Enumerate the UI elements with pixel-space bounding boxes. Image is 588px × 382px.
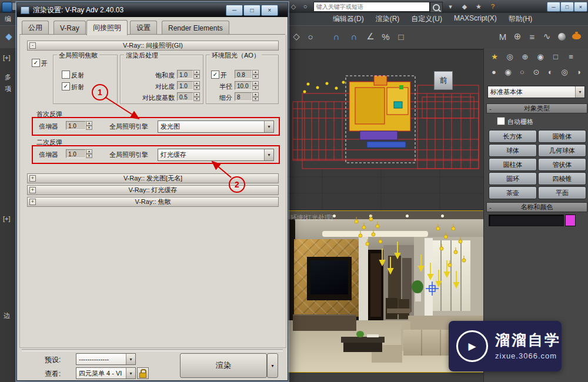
object-type-rollout[interactable]: - 对象类型 xyxy=(486,103,587,113)
render-button[interactable]: 渲染 xyxy=(180,353,267,378)
spin-down-icon[interactable]: ▾ xyxy=(86,154,92,159)
spin-down-icon[interactable]: ▾ xyxy=(252,75,259,79)
ao-amount-spinner[interactable]: ▴▾ xyxy=(252,70,259,79)
menu-help[interactable]: 帮助(H) xyxy=(509,14,533,24)
menu-rendering[interactable]: 渲染(R) xyxy=(376,14,400,24)
chevron-down-icon[interactable]: ▾ xyxy=(126,368,135,378)
tab-hierarchy-icon[interactable]: ⊕ xyxy=(518,51,532,62)
button-cylinder[interactable]: 圆柱体 xyxy=(489,158,537,171)
contrast-base-field[interactable]: 0.5 xyxy=(177,92,193,101)
spin-up-icon[interactable]: ▴ xyxy=(193,70,200,75)
tab-utilities-icon[interactable]: ≡ xyxy=(564,51,578,62)
subtab-shapes-icon[interactable]: ◉ xyxy=(501,66,515,78)
snap-3d-icon[interactable]: ∩ xyxy=(347,29,361,43)
ao-subdivs-spinner[interactable]: ▴▾ xyxy=(252,92,259,101)
refraction-checkbox[interactable]: ✓ xyxy=(62,82,70,91)
mirror-icon[interactable]: M xyxy=(496,29,510,43)
preset-dropdown[interactable]: -------------- ▾ xyxy=(76,353,136,365)
tab-common[interactable]: 公用 xyxy=(22,21,49,35)
select-region-icon[interactable]: ◇ xyxy=(289,29,303,43)
material-editor-icon[interactable] xyxy=(554,29,569,43)
button-box[interactable]: 长方体 xyxy=(489,130,537,143)
button-plane[interactable]: 平面 xyxy=(538,186,586,199)
render-production-icon[interactable] xyxy=(569,29,583,43)
ao-amount-field[interactable]: 0.8 xyxy=(235,70,252,79)
primitive-category-dropdown[interactable]: 标准基本体 ▾ xyxy=(487,86,585,98)
tab-render-elements[interactable]: Render Elements xyxy=(162,21,229,35)
percent-snap-icon[interactable]: % xyxy=(379,29,393,43)
secondary-multiplier-field[interactable]: 1.0 xyxy=(66,149,86,158)
button-tube[interactable]: 管状体 xyxy=(538,158,586,171)
menu-edit-fragment[interactable]: 编 xyxy=(5,15,11,24)
ao-radius-spinner[interactable]: ▴▾ xyxy=(252,81,259,90)
window-minimize-button[interactable]: ─ xyxy=(547,2,560,12)
select-circle-icon[interactable]: ○ xyxy=(303,29,318,43)
spin-down-icon[interactable]: ▾ xyxy=(193,75,200,79)
spin-up-icon[interactable]: ▴ xyxy=(86,149,92,154)
view-dropdown[interactable]: 四元菜单 4 - VI ▾ xyxy=(76,367,136,379)
spin-up-icon[interactable]: ▴ xyxy=(252,70,259,75)
view-lock-button[interactable] xyxy=(137,367,149,379)
subtab-geometry-icon[interactable]: ● xyxy=(487,66,501,78)
ao-on-checkbox[interactable]: ✓ xyxy=(211,71,219,79)
window-close-button[interactable]: × xyxy=(574,2,587,12)
spin-down-icon[interactable]: ▾ xyxy=(193,97,200,102)
subtab-cameras-icon[interactable]: ⊙ xyxy=(529,66,543,78)
quick-access-undo-icon[interactable]: ◇ xyxy=(288,2,299,11)
subtab-lights-icon[interactable]: ○ xyxy=(515,66,529,78)
chevron-down-icon[interactable]: ▾ xyxy=(126,354,135,364)
saturation-field[interactable]: 1.0 xyxy=(177,70,193,79)
object-name-field[interactable] xyxy=(489,215,564,226)
primary-multiplier-spinner[interactable]: ▴▾ xyxy=(86,121,92,130)
chevron-down-icon[interactable]: ▾ xyxy=(264,121,273,132)
secondary-multiplier-spinner[interactable]: ▴▾ xyxy=(86,149,92,158)
spin-up-icon[interactable]: ▴ xyxy=(193,81,200,86)
saturation-spinner[interactable]: ▴▾ xyxy=(193,70,200,79)
button-sphere[interactable]: 球体 xyxy=(489,144,537,157)
button-geosphere[interactable]: 几何球体 xyxy=(538,144,586,157)
left-viewport-plus-label-2[interactable]: [+] xyxy=(3,215,11,222)
contrast-field[interactable]: 1.0 xyxy=(177,81,193,90)
search-button[interactable] xyxy=(430,2,443,13)
search-input[interactable] xyxy=(313,2,430,12)
spin-down-icon[interactable]: ▾ xyxy=(252,86,259,91)
chevron-down-icon[interactable]: ▾ xyxy=(575,86,584,98)
subtab-systems-icon[interactable]: ◑ xyxy=(572,66,586,78)
reflection-checkbox[interactable] xyxy=(62,71,70,79)
viewcube-front[interactable]: 前 xyxy=(434,71,453,90)
communication-center-icon[interactable]: ◆ xyxy=(459,2,470,11)
quick-access-icon[interactable] xyxy=(12,3,16,10)
autogrid-checkbox[interactable] xyxy=(497,117,505,125)
gi-on-checkbox[interactable]: ✓ xyxy=(32,59,40,67)
spin-up-icon[interactable]: ▴ xyxy=(252,92,259,97)
dialog-close-button[interactable]: × xyxy=(261,5,278,16)
spin-up-icon[interactable]: ▴ xyxy=(252,81,259,86)
menu-maxscript[interactable]: MAXScript(X) xyxy=(454,14,497,24)
menu-customize[interactable]: 自定义(U) xyxy=(411,14,442,24)
menu-editors[interactable]: 编辑器(D) xyxy=(333,14,364,24)
primary-multiplier-field[interactable]: 1.0 xyxy=(66,121,86,130)
help-icon[interactable]: ? xyxy=(487,2,498,11)
spin-up-icon[interactable]: ▴ xyxy=(193,92,200,97)
subtab-helpers-icon[interactable]: ◐ xyxy=(543,66,557,78)
contrast-spinner[interactable]: ▴▾ xyxy=(193,81,200,90)
quick-access-redo-icon[interactable]: ○ xyxy=(300,2,310,11)
chevron-down-icon[interactable]: ▾ xyxy=(264,149,273,160)
button-cone[interactable]: 圆锥体 xyxy=(538,130,586,143)
layer-manager-icon[interactable]: ≡ xyxy=(525,29,539,43)
button-pyramid[interactable]: 四棱锥 xyxy=(538,172,586,185)
button-torus[interactable]: 圆环 xyxy=(489,172,537,185)
select-object-icon[interactable]: ◆ xyxy=(2,29,16,43)
tab-modify-icon[interactable]: ◎ xyxy=(503,51,517,62)
favorites-icon[interactable]: ★ xyxy=(473,2,484,11)
object-color-swatch[interactable] xyxy=(565,215,576,226)
dialog-minimize-button[interactable]: ─ xyxy=(226,5,243,16)
tab-indirect-illumination[interactable]: 间接照明 xyxy=(86,20,128,35)
tab-motion-icon[interactable]: ◉ xyxy=(533,51,547,62)
curve-editor-icon[interactable]: ∿ xyxy=(540,29,554,43)
secondary-engine-dropdown[interactable]: 灯光缓存 ▾ xyxy=(158,149,274,161)
spin-down-icon[interactable]: ▾ xyxy=(86,126,92,130)
app-icon[interactable] xyxy=(2,2,12,12)
contrast-base-spinner[interactable]: ▴▾ xyxy=(193,92,200,101)
tab-create-icon[interactable]: ★ xyxy=(487,51,502,62)
